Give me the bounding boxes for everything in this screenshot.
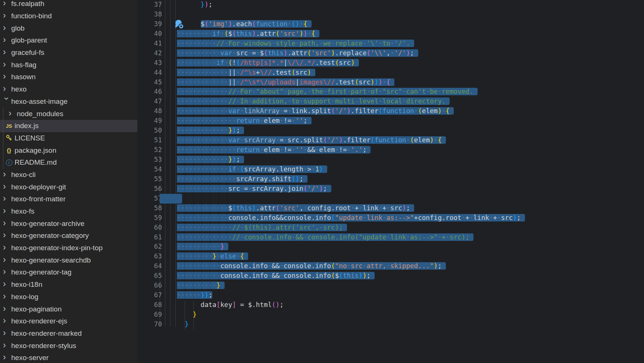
code-line-66[interactable]: 66··········} (137, 281, 644, 291)
sidebar-item-hexo-generator-searchdb[interactable]: ›hexo-generator-searchdb (0, 254, 137, 266)
code-line-45[interactable]: 45·············||·/^\s*\/uploads|images\… (137, 78, 644, 87)
line-number[interactable]: 50 (137, 126, 162, 136)
code-line-54[interactable]: 54·············if·(srcArray.length·>·1) (137, 165, 644, 174)
sidebar-item-fs-realpath[interactable]: ›fs.realpath (0, 0, 137, 10)
line-number[interactable]: 66 (137, 281, 162, 291)
code-line-61[interactable]: 61··············//·console.info·&&·conso… (137, 233, 644, 242)
code-line-59[interactable]: 59·············console.info&&console.inf… (137, 213, 644, 223)
code-line-53[interactable]: 53·············}); (137, 155, 644, 165)
code-line-41[interactable]: 41··········//·For·windows·style·path,·w… (137, 39, 644, 49)
line-number[interactable]: 48 (137, 106, 162, 116)
line-number[interactable]: 63 (137, 252, 162, 261)
line-number[interactable]: 45 (137, 78, 162, 87)
line-number[interactable]: 65 (137, 271, 162, 281)
line-number[interactable]: 68 (137, 300, 162, 310)
line-number[interactable]: 40 (137, 29, 162, 39)
line-number[interactable]: 37 (137, 0, 162, 10)
code-line-39[interactable]: 39 $('img').each(function·()·{ (137, 19, 644, 29)
sidebar-item-hexo-fs[interactable]: ›hexo-fs (0, 205, 137, 218)
code-line-70[interactable]: 70 } (137, 320, 644, 329)
code-line-62[interactable]: 62···········} (137, 242, 644, 252)
line-number[interactable]: 41 (137, 39, 162, 49)
line-number[interactable]: 54 (137, 165, 162, 174)
sidebar-item-license[interactable]: LICENSE (0, 132, 137, 145)
line-number[interactable]: 56 (137, 184, 162, 194)
sidebar-item-hexo[interactable]: ›hexo (0, 83, 137, 96)
sidebar-item-glob-parent[interactable]: ›glob-parent (0, 34, 137, 47)
line-number[interactable]: 53 (137, 155, 162, 165)
code-line-42[interactable]: 42···········var·src·=·$(this).attr('src… (137, 49, 644, 58)
sidebar-item-hexo-cli[interactable]: ›hexo-cli (0, 169, 137, 181)
code-line-46[interactable]: 46·············//·For·"about"·page,·the·… (137, 87, 644, 97)
code-line-63[interactable]: 63·········}·else·{ (137, 252, 644, 261)
code-line-40[interactable]: 40·········if·($(this).attr('src'))·{ (137, 29, 644, 39)
line-number[interactable]: 67 (137, 291, 162, 300)
sidebar-item-index-js[interactable]: JSindex.js (0, 120, 137, 132)
line-number[interactable]: 52 (137, 145, 162, 155)
code-line-64[interactable]: 64···········console.info·&&·console.inf… (137, 261, 644, 271)
code-line-52[interactable]: 52···············return·elem·!=·''·&&·el… (137, 145, 644, 155)
code-line-56[interactable]: 56·············src·=·srcArray.join('/'); (137, 184, 644, 194)
code-line-51[interactable]: 51·············var·srcArray·=·src.split(… (137, 136, 644, 145)
code-line-47[interactable]: 47·············//·In·addition,·to·suppor… (137, 97, 644, 106)
sidebar-item-hexo-i18n[interactable]: ›hexo-i18n (0, 279, 137, 291)
code-line-60[interactable]: 60··············//·$(this).attr('src',·s… (137, 223, 644, 233)
line-number[interactable]: 61 (137, 233, 162, 242)
sidebar-item-hexo-renderer-marked[interactable]: ›hexo-renderer-marked (0, 328, 137, 340)
sidebar-item-hexo-pagination[interactable]: ›hexo-pagination (0, 303, 137, 315)
line-number[interactable]: 59 (137, 213, 162, 223)
sidebar-item-glob[interactable]: ›glob (0, 22, 137, 34)
sidebar-item-hexo-generator-category[interactable]: ›hexo-generator-category (0, 230, 137, 242)
sidebar-item-node-modules[interactable]: ›node_modules (0, 108, 137, 120)
sidebar-item-hasown[interactable]: ›hasown (0, 71, 137, 83)
code-line-50[interactable]: 50·············}); (137, 126, 644, 136)
sidebar-item-hexo-generator-tag[interactable]: ›hexo-generator-tag (0, 266, 137, 279)
sidebar-item-hexo-asset-image[interactable]: ›hexo-asset-image (0, 96, 137, 108)
code-line-68[interactable]: 68 data[key] = $.html(); (137, 300, 644, 310)
line-number[interactable]: 57 (137, 194, 162, 204)
sidebar-item-hexo-front-matter[interactable]: ›hexo-front-matter (0, 193, 137, 205)
code-line-67[interactable]: 67······}); (137, 291, 644, 300)
sidebar-item-readme-md[interactable]: iREADME.md (0, 156, 137, 169)
code-area[interactable]: 37 });3839 $('img').each(function·()·{40… (137, 0, 644, 329)
line-number[interactable]: 62 (137, 242, 162, 252)
code-line-38[interactable]: 38 (137, 10, 644, 19)
gutter-annotation-icon[interactable] (175, 20, 185, 30)
line-number[interactable]: 42 (137, 49, 162, 58)
sidebar-item-hexo-server[interactable]: ›hexo-server (0, 352, 137, 363)
line-number[interactable]: 55 (137, 174, 162, 184)
code-line-57[interactable]: 57 (137, 194, 644, 204)
line-number[interactable]: 51 (137, 136, 162, 145)
editor-pane[interactable]: 37 });3839 $('img').each(function·()·{40… (137, 0, 644, 363)
code-line-69[interactable]: 69 } (137, 310, 644, 320)
line-number[interactable]: 47 (137, 97, 162, 106)
line-number[interactable]: 64 (137, 261, 162, 271)
sidebar-item-function-bind[interactable]: ›function-bind (0, 10, 137, 22)
line-number[interactable]: 46 (137, 87, 162, 97)
line-number[interactable]: 39 (137, 19, 162, 29)
line-number[interactable]: 70 (137, 320, 162, 329)
code-line-55[interactable]: 55···············srcArray.shift(); (137, 174, 644, 184)
code-line-49[interactable]: 49···············return·elem·!=·''; (137, 116, 644, 126)
code-line-65[interactable]: 65···········console.info·&&·console.inf… (137, 271, 644, 281)
sidebar-item-hexo-generator-index-pin-top[interactable]: ›hexo-generator-index-pin-top (0, 242, 137, 254)
sidebar-item-hexo-generator-archive[interactable]: ›hexo-generator-archive (0, 217, 137, 230)
code-line-43[interactable]: 43··········if·(!(/http[s]*.*|\/\/.*/.te… (137, 58, 644, 68)
code-line-37[interactable]: 37 }); (137, 0, 644, 10)
line-number[interactable]: 49 (137, 116, 162, 126)
sidebar-item-hexo-renderer-ejs[interactable]: ›hexo-renderer-ejs (0, 315, 137, 328)
sidebar-item-graceful-fs[interactable]: ›graceful-fs (0, 47, 137, 59)
line-number[interactable]: 69 (137, 310, 162, 320)
sidebar-item-hexo-deployer-git[interactable]: ›hexo-deployer-git (0, 181, 137, 193)
line-number[interactable]: 58 (137, 204, 162, 213)
line-number[interactable]: 60 (137, 223, 162, 233)
line-number[interactable]: 44 (137, 68, 162, 78)
sidebar-item-has-flag[interactable]: ›has-flag (0, 59, 137, 71)
code-line-48[interactable]: 48·············var·linkArray·=·link.spli… (137, 106, 644, 116)
line-number[interactable]: 38 (137, 10, 162, 19)
code-line-58[interactable]: 58·············$(this).attr('src',·confi… (137, 204, 644, 213)
sidebar-item-hexo-log[interactable]: ›hexo-log (0, 291, 137, 303)
line-number[interactable]: 43 (137, 58, 162, 68)
code-line-44[interactable]: 44·············||·/^\s+\//.test(src) (137, 68, 644, 78)
sidebar-item-hexo-renderer-stylus[interactable]: ›hexo-renderer-stylus (0, 339, 137, 352)
